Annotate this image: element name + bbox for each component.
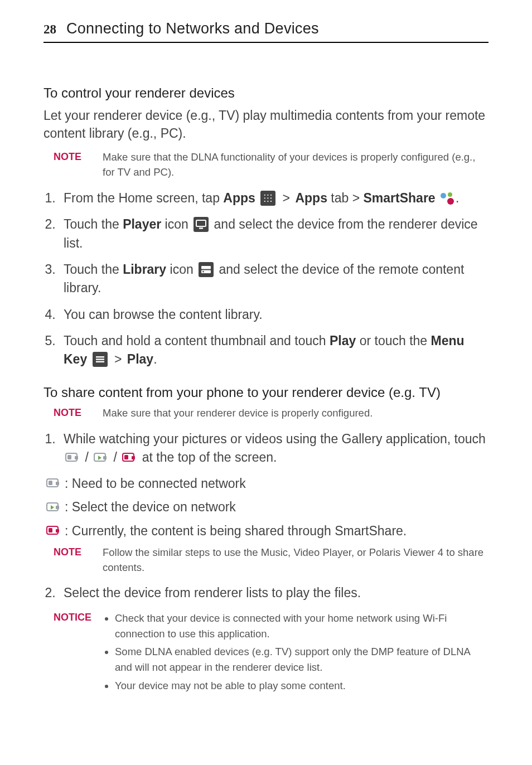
- notice-bullet: Check that your device is connected with…: [115, 611, 489, 642]
- svg-rect-22: [56, 482, 59, 485]
- text: at the top of the screen.: [138, 450, 277, 464]
- text: /: [81, 450, 92, 464]
- svg-rect-13: [75, 456, 78, 459]
- share-select-icon: [46, 501, 61, 514]
- notice-label: NOTICE: [54, 611, 103, 623]
- notice-block: NOTICE Check that your device is connect…: [54, 611, 489, 696]
- text: >: [109, 352, 127, 366]
- apps-tab-word: Apps: [295, 191, 327, 205]
- smartshare-icon: [439, 191, 456, 206]
- text: icon: [161, 217, 192, 231]
- legend-1: : Need to be connected network: [45, 475, 489, 492]
- legend-2: : Select the device on network: [45, 498, 489, 516]
- note-label: NOTE: [54, 406, 103, 419]
- note-block: NOTE Make sure that the DLNA functionali…: [54, 150, 489, 180]
- menu-key-icon: [93, 352, 108, 367]
- note-label: NOTE: [54, 545, 103, 558]
- section-heading: To control your renderer devices: [43, 85, 489, 101]
- step-1: From the Home screen, tap Apps > Apps ta…: [59, 189, 489, 207]
- legend-text: : Select the device on network: [65, 498, 236, 516]
- step2-1: While watching your pictures or videos u…: [59, 430, 489, 467]
- library-drive-icon: [199, 262, 214, 277]
- note-block-3: NOTE Follow the similar steps to use the…: [54, 545, 489, 575]
- step-4: You can browse the content library.: [59, 306, 489, 324]
- steps-list-2b: Select the device from renderer lists to…: [43, 584, 489, 602]
- share-select-icon: [93, 452, 109, 464]
- text: .: [456, 191, 459, 205]
- svg-point-0: [441, 193, 446, 198]
- notice-bullets: Check that your device is connected with…: [110, 611, 489, 694]
- play-word: Play: [330, 333, 356, 348]
- share-active-icon: [46, 525, 61, 537]
- text: .: [153, 352, 157, 366]
- steps-list: From the Home screen, tap Apps > Apps ta…: [43, 189, 489, 369]
- svg-rect-5: [201, 266, 211, 269]
- text: Touch the: [64, 217, 123, 231]
- share-gray-icon: [65, 452, 80, 464]
- text: While watching your pictures or videos u…: [64, 432, 486, 446]
- apps-word: Apps: [223, 191, 255, 205]
- text: or touch the: [356, 333, 431, 348]
- svg-marker-24: [51, 505, 54, 510]
- page-root: 28 Connecting to Networks and Devices To…: [0, 0, 532, 696]
- note-body: Make sure that the DLNA functionality of…: [103, 150, 489, 180]
- legend-text: : Need to be connected network: [65, 475, 246, 492]
- page-number: 28: [43, 22, 56, 37]
- play-word-2: Play: [127, 352, 153, 366]
- svg-rect-27: [49, 528, 52, 532]
- svg-rect-4: [199, 227, 203, 229]
- notice-body: Check that your device is connected with…: [103, 611, 489, 696]
- page-header: 28 Connecting to Networks and Devices: [43, 20, 489, 43]
- svg-rect-16: [103, 456, 107, 459]
- svg-rect-3: [196, 220, 206, 226]
- library-word: Library: [123, 262, 166, 277]
- svg-rect-19: [132, 456, 135, 459]
- text: icon: [166, 262, 197, 277]
- step-2: Touch the Player icon and select the dev…: [59, 215, 489, 253]
- svg-point-1: [448, 192, 452, 197]
- steps-list-2: While watching your pictures or videos u…: [43, 430, 489, 467]
- svg-rect-18: [124, 455, 128, 459]
- notice-bullet: Your device may not be able to play some…: [115, 678, 489, 694]
- step-5: Touch and hold a content thumbnail and t…: [59, 332, 489, 369]
- text: From the Home screen, tap: [64, 191, 223, 205]
- share-active-icon: [122, 452, 137, 464]
- chapter-title: Connecting to Networks and Devices: [66, 20, 319, 37]
- svg-rect-9: [96, 359, 104, 360]
- notice-bullet: Some DLNA enabled devices (e.g. TV) supp…: [115, 644, 489, 675]
- section-intro: Let your renderer device (e.g., TV) play…: [43, 106, 489, 142]
- svg-rect-12: [67, 455, 71, 459]
- share-gray-icon: [46, 477, 61, 490]
- player-monitor-icon: [194, 217, 209, 232]
- player-word: Player: [123, 217, 161, 231]
- text: >: [277, 191, 295, 205]
- svg-rect-21: [49, 481, 52, 485]
- text: Touch the: [64, 262, 123, 277]
- svg-rect-28: [56, 529, 59, 532]
- step-3: Touch the Library icon and select the de…: [59, 260, 489, 298]
- svg-rect-10: [96, 361, 104, 362]
- svg-point-2: [447, 198, 454, 205]
- note-body: Make sure that your renderer device is p…: [103, 406, 373, 421]
- svg-point-7: [202, 271, 204, 273]
- legend-3: : Currently, the content is being shared…: [45, 522, 489, 540]
- step2-2: Select the device from renderer lists to…: [59, 584, 489, 602]
- text: tab >: [327, 191, 364, 205]
- note-body: Follow the similar steps to use the Musi…: [103, 545, 489, 575]
- note-block-2: NOTE Make sure that your renderer device…: [54, 406, 489, 421]
- section-heading-2: To share content from your phone to your…: [43, 385, 489, 400]
- svg-marker-15: [98, 456, 101, 460]
- text: /: [110, 450, 120, 464]
- svg-rect-8: [96, 356, 104, 357]
- apps-grid-icon: [260, 191, 275, 206]
- text: Touch and hold a content thumbnail and t…: [64, 333, 330, 348]
- legend-text: : Currently, the content is being shared…: [65, 522, 407, 540]
- smartshare-word: SmartShare: [364, 191, 436, 205]
- note-label: NOTE: [54, 150, 103, 163]
- svg-rect-25: [56, 506, 59, 509]
